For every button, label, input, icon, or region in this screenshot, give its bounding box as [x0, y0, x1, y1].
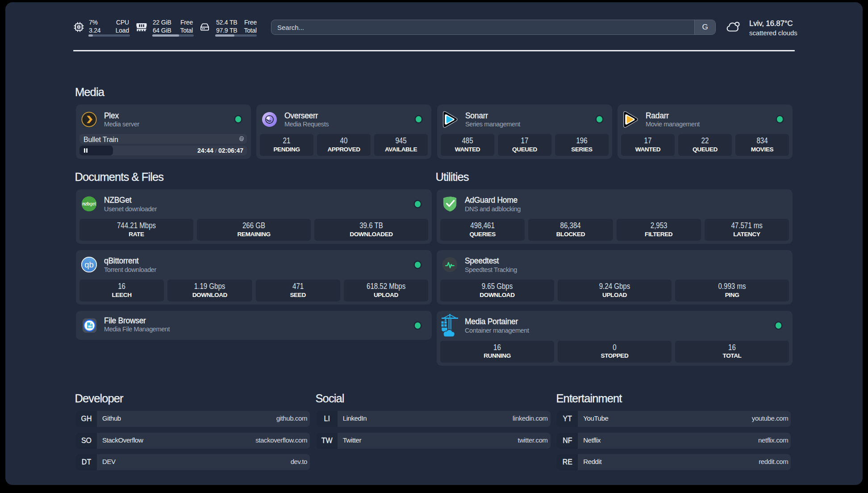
svg-text:nzbget: nzbget — [82, 201, 96, 206]
svg-text:qb: qb — [84, 260, 94, 269]
